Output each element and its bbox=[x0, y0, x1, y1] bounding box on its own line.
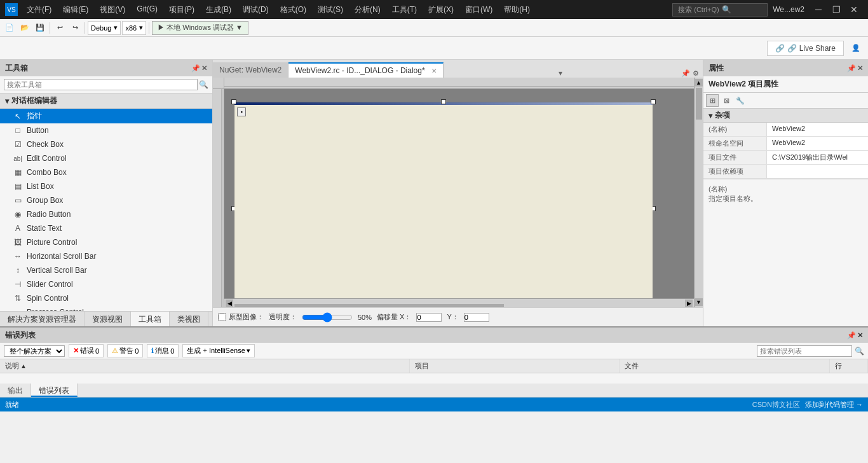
prop-settings-btn[interactable]: 🔧 bbox=[734, 94, 747, 107]
canvas-vscrollbar[interactable]: ▲ ▼ bbox=[694, 78, 703, 307]
hscroll-thumb[interactable] bbox=[234, 304, 504, 308]
messages-badge[interactable]: ℹ 消息 0 bbox=[147, 344, 179, 357]
toolbox-item-checkbox[interactable]: ☑ Check Box bbox=[0, 137, 212, 151]
error-scope-select[interactable]: 整个解决方案 bbox=[4, 345, 65, 357]
menu-build[interactable]: 生成(B) bbox=[201, 2, 236, 18]
properties-pin-btn[interactable]: 📌 bbox=[847, 64, 856, 73]
tab-toolbox[interactable]: 工具箱 bbox=[131, 312, 170, 326]
toolbox-section-dialog-editor[interactable]: ▾ 对话框编辑器 bbox=[0, 93, 212, 109]
tab-nuget[interactable]: NuGet: WebView2 bbox=[213, 62, 288, 78]
platform-dropdown[interactable]: x86 ▾ bbox=[122, 21, 146, 35]
toolbox-item-picturecontrol[interactable]: 🖼 Picture Control bbox=[0, 235, 212, 249]
warnings-badge[interactable]: ⚠ 警告 0 bbox=[107, 344, 143, 357]
close-button[interactable]: ✕ bbox=[845, 0, 863, 19]
menu-project[interactable]: 项目(P) bbox=[164, 2, 200, 18]
run-btn[interactable]: ▶ 本地 Windows 调试器 ▼ bbox=[152, 21, 248, 35]
tab-resource-view[interactable]: 资源视图 bbox=[85, 312, 131, 326]
toolbox-item-progresscontrol[interactable]: ▬ Progress Control bbox=[0, 305, 212, 311]
prop-file-value[interactable]: C:\VS2019输出目录\Wel bbox=[767, 151, 868, 164]
menu-tools[interactable]: 工具(T) bbox=[387, 2, 422, 18]
tab-more-btn[interactable]: ▾ bbox=[555, 69, 566, 78]
editor-pin-btn[interactable]: 📌 bbox=[681, 69, 690, 78]
menu-window[interactable]: 窗口(W) bbox=[460, 2, 498, 18]
menu-help[interactable]: 帮助(H) bbox=[499, 2, 535, 18]
undo-btn[interactable]: ↩ bbox=[53, 21, 67, 35]
account-btn[interactable]: 👤 bbox=[849, 41, 863, 55]
col-line[interactable]: 行 bbox=[830, 359, 868, 373]
tab-dialog[interactable]: WebView2.rc - ID..._DIALOG - Dialog* ✕ bbox=[288, 62, 443, 78]
toolbox-item-combobox[interactable]: ▦ Combo Box bbox=[0, 165, 212, 179]
menu-git[interactable]: Git(G) bbox=[132, 2, 163, 18]
toolbox-item-pointer[interactable]: ↖ 指针 bbox=[0, 109, 212, 123]
vscroll-up-btn[interactable]: ▲ bbox=[695, 79, 703, 86]
properties-close-btn[interactable]: ✕ bbox=[857, 64, 863, 73]
prop-deps-value[interactable] bbox=[767, 165, 868, 178]
prototype-image-checkbox[interactable] bbox=[218, 313, 226, 321]
errors-badge[interactable]: ✕ 错误 0 bbox=[69, 344, 104, 357]
debug-config-dropdown[interactable]: Debug ▾ bbox=[88, 21, 121, 35]
dialog-body[interactable]: ▪ bbox=[234, 105, 653, 298]
toolbox-item-slidercontrol[interactable]: ⊣ Slider Control bbox=[0, 277, 212, 291]
tab-output[interactable]: 输出 bbox=[0, 384, 31, 397]
opacity-slider[interactable] bbox=[302, 312, 353, 322]
hscroll-left-btn[interactable]: ◀ bbox=[226, 300, 233, 307]
toolbox-item-radiobutton[interactable]: ◉ Radio Button bbox=[0, 207, 212, 221]
toolbox-item-groupbox[interactable]: ▭ Group Box bbox=[0, 193, 212, 207]
vscroll-down-btn[interactable]: ▼ bbox=[695, 298, 703, 306]
col-description[interactable]: 说明 ▲ bbox=[0, 359, 410, 373]
prop-name-value[interactable]: WebView2 bbox=[767, 123, 868, 136]
menu-test[interactable]: 测试(S) bbox=[313, 2, 348, 18]
toolbox-item-vscrollbar[interactable]: ↕ Vertical Scroll Bar bbox=[0, 263, 212, 277]
menu-view[interactable]: 视图(V) bbox=[95, 2, 130, 18]
tab-close-icon[interactable]: ✕ bbox=[431, 67, 437, 74]
tab-class-view[interactable]: 类视图 bbox=[170, 312, 208, 326]
toolbox-search-input[interactable] bbox=[4, 79, 198, 90]
redo-btn[interactable]: ↪ bbox=[68, 21, 82, 35]
add-code-manager[interactable]: 添加到代码管理 → bbox=[805, 400, 863, 410]
global-search[interactable]: 搜索 (Ctrl+Q) 🔍 bbox=[672, 3, 768, 17]
prop-alphabetical-btn[interactable]: ⊠ bbox=[720, 94, 733, 107]
minimize-button[interactable]: ─ bbox=[810, 0, 827, 19]
prop-namespace-value[interactable]: WebView2 bbox=[767, 137, 868, 150]
vscroll-track[interactable] bbox=[695, 88, 703, 297]
menu-extensions[interactable]: 扩展(X) bbox=[423, 2, 459, 18]
error-search-input[interactable] bbox=[757, 345, 852, 357]
menu-edit[interactable]: 编辑(E) bbox=[58, 2, 93, 18]
misc-section-header[interactable]: ▾ 杂项 bbox=[703, 109, 868, 123]
col-file[interactable]: 文件 bbox=[620, 359, 830, 373]
resize-handle-tm[interactable] bbox=[441, 99, 446, 104]
dialog-canvas[interactable]: ▪ bbox=[224, 89, 694, 298]
live-share-button[interactable]: 🔗 🔗 Live Share bbox=[767, 41, 844, 56]
open-btn[interactable]: 📂 bbox=[18, 21, 32, 35]
toolbox-item-editcontrol[interactable]: ab| Edit Control bbox=[0, 151, 212, 165]
save-btn[interactable]: 💾 bbox=[33, 21, 47, 35]
toolbox-item-listbox[interactable]: ▤ List Box bbox=[0, 179, 212, 193]
error-list-pin-btn[interactable]: 📌 bbox=[847, 331, 856, 340]
dialog-anchor[interactable]: ▪ bbox=[237, 107, 246, 116]
toolbox-item-button[interactable]: □ Button bbox=[0, 123, 212, 137]
resize-handle-tr[interactable] bbox=[651, 99, 656, 104]
vscroll-thumb[interactable] bbox=[696, 88, 702, 120]
toolbox-close-btn[interactable]: ✕ bbox=[201, 64, 207, 73]
toolbox-item-hscrollbar[interactable]: ↔ Horizontal Scroll Bar bbox=[0, 249, 212, 263]
new-file-btn[interactable]: 📄 bbox=[3, 21, 17, 35]
hscroll-right-btn[interactable]: ▶ bbox=[685, 300, 693, 307]
offset-x-input[interactable] bbox=[416, 313, 442, 322]
tab-error-list[interactable]: 错误列表 bbox=[31, 384, 78, 397]
prop-categorized-btn[interactable]: ⊞ bbox=[706, 94, 719, 107]
menu-format[interactable]: 格式(O) bbox=[275, 2, 311, 18]
editor-settings-btn[interactable]: ⚙ bbox=[693, 69, 699, 78]
toolbox-item-spincontrol[interactable]: ⇅ Spin Control bbox=[0, 291, 212, 305]
restore-button[interactable]: ❐ bbox=[827, 0, 845, 19]
resize-handle-tl[interactable] bbox=[231, 99, 236, 104]
toolbox-item-statictext[interactable]: A Static Text bbox=[0, 221, 212, 235]
col-project[interactable]: 项目 bbox=[410, 359, 620, 373]
menu-file[interactable]: 文件(F) bbox=[22, 2, 57, 18]
menu-debug[interactable]: 调试(D) bbox=[238, 2, 274, 18]
build-intellisense-badge[interactable]: 生成 + IntelliSense ▾ bbox=[182, 344, 254, 357]
offset-y-input[interactable] bbox=[464, 313, 489, 322]
toolbox-pin-btn[interactable]: 📌 bbox=[191, 64, 200, 73]
error-list-close-btn[interactable]: ✕ bbox=[857, 331, 863, 340]
canvas-hscrollbar[interactable]: ◀ ▶ bbox=[224, 298, 694, 307]
tab-solution-explorer[interactable]: 解决方案资源管理器 bbox=[0, 312, 85, 326]
